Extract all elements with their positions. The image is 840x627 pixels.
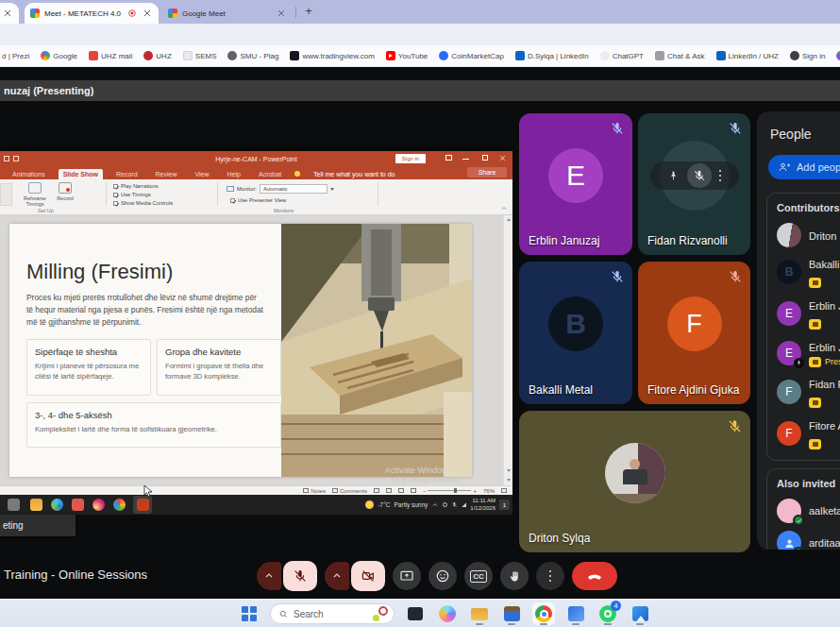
microsoft-store-icon[interactable] <box>500 602 523 625</box>
vertical-scrollbar[interactable] <box>503 215 512 485</box>
slide-show-start-icon[interactable] <box>0 183 12 206</box>
tile-bakalli-metal[interactable]: B Bakalli Metal <box>519 262 632 404</box>
captions-button[interactable]: CC <box>464 562 493 590</box>
contributor-row-presenting[interactable]: E Erblin Jan Present <box>775 334 840 371</box>
tray-icon[interactable] <box>443 502 447 507</box>
comments-button[interactable]: Comments <box>332 488 367 494</box>
pin-icon[interactable] <box>667 170 680 182</box>
bookmark-chatgpt[interactable]: ChatGPT <box>600 51 644 60</box>
bookmark-chat-and-ask[interactable]: Chat & Ask <box>655 51 705 60</box>
bookmark-tradingview[interactable]: www.tradingview.com <box>290 51 374 60</box>
notes-button[interactable]: Notes <box>303 488 326 494</box>
bookmark-uhz-mail[interactable]: UHZ mail <box>89 51 132 60</box>
zoom-level[interactable]: 76% <box>483 488 495 494</box>
office-icon[interactable] <box>113 499 126 511</box>
camera-toggle-button[interactable] <box>351 561 385 591</box>
zoom-slider[interactable]: −+ <box>423 488 477 494</box>
bookmark-linkedin-uhz[interactable]: LinkedIn / UHZ <box>716 51 779 60</box>
close-icon[interactable] <box>142 8 153 19</box>
tile-fidan-rizvanolli[interactable]: Fidan Rizvanolli <box>638 113 750 255</box>
maximize-button[interactable] <box>482 155 488 161</box>
next-slide-icon[interactable] <box>507 479 511 482</box>
desktop-app-window-icon[interactable] <box>8 499 20 511</box>
bookmark-smu-plag[interactable]: SMU - Plag <box>227 51 278 60</box>
contributor-row[interactable]: F Fidan Rizv <box>775 371 840 413</box>
outlook-icon[interactable] <box>564 602 587 625</box>
record-button[interactable]: Record <box>53 182 77 201</box>
edge-icon[interactable] <box>51 499 63 511</box>
slide-canvas[interactable]: Milling (Fresimi) Proces ku mjeti prerës… <box>9 224 472 477</box>
tab-partial[interactable] <box>0 3 19 24</box>
tile-fitore-ajdini-gjuka[interactable]: F Fitore Ajdini Gjuka <box>638 262 750 404</box>
tile-erblin-januzaj[interactable]: E Erblin Januzaj <box>519 113 632 255</box>
reading-view-icon[interactable] <box>398 488 404 493</box>
monitor-select[interactable]: Monitor: Automatic <box>227 184 334 194</box>
tab-slide-show[interactable]: Slide Show <box>59 169 103 179</box>
file-explorer-icon[interactable] <box>30 499 42 511</box>
start-button[interactable] <box>238 602 260 625</box>
tab-google-meet[interactable]: Google Meet <box>162 3 293 24</box>
rehearse-timings-button[interactable]: Rehearse Timings <box>21 182 49 208</box>
slide-sorter-icon[interactable] <box>386 488 392 493</box>
close-window-button[interactable] <box>498 154 507 162</box>
use-presenter-view-checkbox[interactable]: Use Presenter View <box>230 197 286 203</box>
new-tab-button[interactable]: + <box>301 4 316 19</box>
contributor-row[interactable]: B Bakalli Me <box>775 251 840 293</box>
network-icon[interactable] <box>462 502 466 507</box>
close-icon[interactable] <box>276 8 287 19</box>
slideshow-view-icon[interactable] <box>411 488 416 493</box>
photos-icon[interactable] <box>629 602 651 625</box>
raise-hand-button[interactable] <box>500 562 529 590</box>
bookmark-driton-sylqa[interactable]: Driton Sylqa | Publo... <box>836 51 840 60</box>
collapse-ribbon-icon[interactable] <box>500 205 508 212</box>
end-call-button[interactable] <box>572 562 617 590</box>
tile-driton-sylqa[interactable]: Driton Sylqa <box>519 411 750 552</box>
fit-slide-icon[interactable] <box>501 488 507 493</box>
previous-slide-icon[interactable] <box>507 469 511 472</box>
bookmark-coinmarketcap[interactable]: CoinMarketCap <box>439 51 504 60</box>
tab-acrobat[interactable]: Acrobat <box>254 169 286 179</box>
bookmark-prezi[interactable]: d | Prezi <box>2 52 29 60</box>
taskbar-search[interactable]: Search <box>270 603 395 624</box>
chrome-icon[interactable] <box>532 602 555 625</box>
bookmark-google[interactable]: Google <box>41 51 77 60</box>
minimize-button[interactable] <box>462 159 469 160</box>
invited-row[interactable]: arditaasol <box>775 527 840 550</box>
add-people-button[interactable]: Add people <box>768 155 840 179</box>
mute-button[interactable] <box>687 163 712 188</box>
tab-record[interactable]: Record <box>111 169 143 179</box>
tab-review[interactable]: Review <box>151 169 182 179</box>
more-options-icon[interactable] <box>719 170 722 182</box>
whatsapp-icon[interactable]: 4 <box>596 602 619 625</box>
use-timings-checkbox[interactable]: Use Timings <box>113 192 173 197</box>
desktop-app-icon[interactable] <box>72 499 84 511</box>
sign-in-button[interactable]: Sign in <box>395 154 426 163</box>
invited-row[interactable]: aalketalok <box>775 495 840 527</box>
mic-toggle-button[interactable] <box>283 561 317 591</box>
mic-options-button[interactable] <box>257 562 281 590</box>
tab-help[interactable]: Help <box>223 169 245 179</box>
taskbar-app-window[interactable] <box>404 602 427 625</box>
show-media-controls-checkbox[interactable]: Show Media Controls <box>113 200 173 206</box>
bookmark-sign-in[interactable]: Sign in <box>790 51 825 60</box>
scroll-up-icon[interactable] <box>507 218 511 221</box>
file-explorer-icon[interactable] <box>468 602 491 625</box>
notification-badge[interactable]: 1 <box>499 500 510 510</box>
tray-mic-icon[interactable] <box>451 501 458 508</box>
bookmark-dsylqa-linkedin[interactable]: D.Sylqa | LinkedIn <box>515 51 589 60</box>
bookmark-sems[interactable]: SEMS <box>183 51 217 60</box>
tab-view[interactable]: View <box>191 169 214 179</box>
tray-clock[interactable]: 11:11 AM 1/12/2026 <box>470 498 496 511</box>
more-options-button[interactable] <box>536 562 564 590</box>
play-narrations-checkbox[interactable]: Play Narrations <box>113 183 173 189</box>
contributor-row[interactable]: E Erblin Jan <box>775 293 840 334</box>
tray-chevron-icon[interactable] <box>431 501 439 509</box>
tell-me-box[interactable]: Tell me what you want to do <box>309 169 399 179</box>
reactions-button[interactable] <box>428 562 457 590</box>
contributor-row[interactable]: F Fitore Ajd <box>775 413 840 454</box>
camera-options-button[interactable] <box>325 562 349 590</box>
contributor-row[interactable]: Driton Syl <box>775 219 840 251</box>
powerpoint-taskbar-highlight[interactable] <box>133 496 152 514</box>
tab-animations[interactable]: Animations <box>8 169 50 179</box>
normal-view-icon[interactable] <box>374 488 379 493</box>
